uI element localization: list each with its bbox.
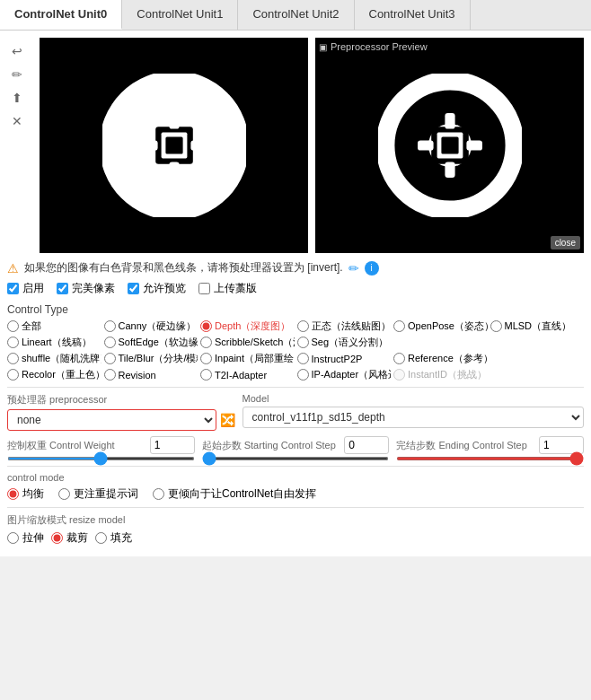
tab-unit3[interactable]: ControlNet Unit3 (355, 0, 471, 30)
checkbox-row: 启用 完美像素 允许预览 上传藁版 (7, 281, 584, 296)
edit-warning-icon[interactable]: ✏ (348, 261, 359, 276)
divider2 (7, 466, 584, 467)
ct-empty (393, 336, 584, 349)
ct-inpaint[interactable]: Inpaint（局部重绘） (200, 352, 295, 365)
preprocessor-select-row: none depth_leres depth_midas depth_zoe 🔀 (7, 409, 235, 431)
svg-rect-5 (165, 136, 182, 153)
svg-rect-6 (169, 113, 179, 129)
weight-label: 控制权重 Control Weight (7, 439, 115, 452)
resize-fill[interactable]: 填充 (95, 530, 132, 546)
start-slider[interactable] (202, 457, 390, 460)
image-area: ▣ Preprocessor Preview close (40, 38, 584, 253)
preprocessor-model-row: 预处理器 preprocessor none depth_leres depth… (7, 393, 584, 431)
ct-mlsd[interactable]: MLSD（直线） (490, 319, 585, 333)
svg-rect-16 (445, 162, 454, 178)
preprocessor-select[interactable]: none depth_leres depth_midas depth_zoe (7, 409, 216, 431)
upload-icon[interactable]: ⬆ (7, 88, 27, 108)
tabs-bar: ControlNet Unit0 ControlNet Unit1 Contro… (0, 0, 591, 31)
allow-preview-checkbox[interactable]: 允许预览 (128, 281, 186, 296)
weight-group: 控制权重 Control Weight (7, 436, 195, 460)
upload-pro-checkbox[interactable]: 上传藁版 (198, 281, 257, 296)
tab-unit2[interactable]: ControlNet Unit2 (238, 0, 354, 30)
weight-slider[interactable] (7, 457, 195, 460)
preprocessor-preview-box: ▣ Preprocessor Preview close (315, 38, 584, 253)
shuffle-icon[interactable]: 🔀 (220, 413, 235, 427)
svg-rect-7 (169, 162, 179, 178)
ct-instantid[interactable]: InstantID（挑战） (393, 368, 488, 381)
ct-scribble[interactable]: Scribble/Sketch（涂鸦/草图） (200, 336, 295, 349)
divider1 (7, 387, 584, 388)
main-content: ↩ ✏ ⬆ ✕ (0, 31, 591, 556)
ct-instructp2p[interactable]: InstructP2P (297, 352, 392, 365)
ct-canny[interactable]: Canny（硬边缘） (104, 319, 198, 333)
resize-section: 图片缩放模式 resize model 拉伸 裁剪 填充 (7, 513, 584, 546)
info-icon[interactable]: i (365, 261, 379, 276)
model-label: Model (243, 393, 584, 404)
control-mode-label: control mode (7, 472, 584, 483)
top-section: ↩ ✏ ⬆ ✕ (7, 38, 584, 253)
start-group: 起始步数 Starting Control Step (202, 436, 390, 460)
close-icon[interactable]: ✕ (7, 111, 27, 131)
pixel-perfect-checkbox[interactable]: 完美像素 (57, 281, 115, 296)
warning-row: ⚠ 如果您的图像有白色背景和黑色线条，请将预处理器设置为 [invert]. ✏… (7, 260, 584, 276)
end-slider[interactable] (396, 457, 584, 460)
close-preview-button[interactable]: close (551, 236, 580, 249)
resize-crop[interactable]: 裁剪 (51, 530, 88, 546)
ct-openpose[interactable]: OpenPose（姿态） (393, 319, 488, 333)
svg-rect-8 (142, 140, 158, 150)
ct-normal[interactable]: 正态（法线贴图） (297, 319, 392, 333)
end-group: 完结步数 Ending Control Step (396, 436, 584, 460)
ct-reference[interactable]: Reference（参考） (393, 352, 488, 365)
ct-softedge[interactable]: SoftEdge（软边缘） (104, 336, 198, 349)
ct-ipadapter[interactable]: IP-Adapter（风格迁移） (297, 368, 392, 381)
ct-revision[interactable]: Revision (104, 368, 198, 381)
preprocessor-group: 预处理器 preprocessor none depth_leres depth… (7, 393, 235, 431)
brush-icon[interactable]: ✏ (7, 65, 27, 84)
mode-balanced[interactable]: 均衡 (7, 486, 44, 502)
warning-icon: ⚠ (7, 261, 19, 276)
left-panel: ↩ ✏ ⬆ ✕ (7, 38, 32, 253)
mode-prompt[interactable]: 更注重提示词 (58, 486, 138, 502)
model-group: Model control_v11f1p_sd15_depth (243, 393, 584, 428)
ct-shuffle[interactable]: shuffle（随机洗牌） (7, 352, 101, 365)
svg-rect-15 (445, 113, 454, 129)
undo-icon[interactable]: ↩ (7, 41, 27, 61)
input-image[interactable] (40, 38, 308, 253)
svg-rect-17 (418, 140, 434, 150)
resize-options: 拉伸 裁剪 填充 (7, 530, 584, 546)
control-type-section: Control Type 全部 Canny（硬边缘） Depth（深度图） 正态… (7, 303, 584, 381)
preview-label: ▣ Preprocessor Preview (319, 41, 428, 52)
ct-depth[interactable]: Depth（深度图） (200, 319, 295, 333)
ct-tileblur[interactable]: Tile/Blur（分块/模糊） (104, 352, 198, 365)
control-type-label: Control Type (7, 303, 584, 316)
control-mode-options: 均衡 更注重提示词 更倾向于让ControlNet自由发挥 (7, 486, 584, 502)
ct-t2i[interactable]: T2I-Adapter (200, 368, 295, 381)
resize-stretch[interactable]: 拉伸 (7, 530, 44, 546)
svg-rect-14 (441, 136, 458, 153)
resize-label: 图片缩放模式 resize model (7, 513, 584, 527)
divider3 (7, 507, 584, 508)
end-label: 完结步数 Ending Control Step (396, 439, 527, 452)
svg-rect-9 (190, 140, 207, 150)
svg-rect-18 (466, 140, 482, 150)
warning-text: 如果您的图像有白色背景和黑色线条，请将预处理器设置为 [invert]. (24, 260, 343, 276)
start-label: 起始步数 Starting Control Step (202, 439, 336, 452)
mode-controlnet[interactable]: 更倾向于让ControlNet自由发挥 (153, 486, 316, 502)
enable-checkbox[interactable]: 启用 (7, 281, 44, 296)
control-type-grid: 全部 Canny（硬边缘） Depth（深度图） 正态（法线贴图） OpenPo… (7, 319, 584, 381)
ct-lineart[interactable]: Lineart（线稿） (7, 336, 101, 349)
ct-all[interactable]: 全部 (7, 319, 101, 333)
sliders-row: 控制权重 Control Weight 起始步数 Starting Contro… (7, 436, 584, 460)
tab-unit1[interactable]: ControlNet Unit1 (122, 0, 238, 30)
ct-recolor[interactable]: Recolor（重上色） (7, 368, 101, 381)
ct-seg[interactable]: Seg（语义分割） (297, 336, 392, 349)
control-mode-section: control mode 均衡 更注重提示词 更倾向于让ControlNet自由… (7, 472, 584, 502)
model-select[interactable]: control_v11f1p_sd15_depth (243, 407, 584, 428)
tab-unit0[interactable]: ControlNet Unit0 (0, 0, 122, 30)
preprocessor-label: 预处理器 preprocessor (7, 393, 235, 407)
